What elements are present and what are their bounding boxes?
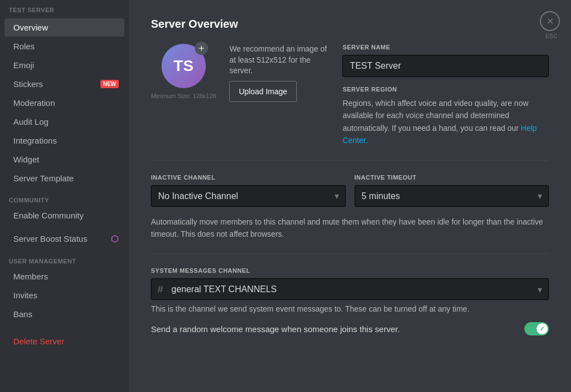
sidebar-item-audit-log[interactable]: Audit Log (4, 113, 124, 131)
welcome-row: Send a random welcome message when someo… (151, 322, 549, 340)
inactive-timeout-section: INACTIVE TIMEOUT 5 minutes ▾ (355, 174, 549, 207)
avatar-section: TS Minimum Size: 128x128 (151, 44, 216, 99)
inactive-row: INACTIVE CHANNEL No Inactive Channel ▾ I… (151, 174, 549, 207)
main-content: ✕ ESC Server Overview TS Minimum Size: 1… (129, 0, 571, 392)
sidebar-item-delete-server[interactable]: Delete Server (4, 332, 124, 350)
sidebar-item-integrations[interactable]: Integrations (4, 131, 124, 150)
server-name-input[interactable] (342, 55, 549, 77)
avatar-container[interactable]: TS (161, 44, 206, 88)
upload-section: We recommend an image of at least 512x51… (229, 44, 329, 102)
system-note: This is the channel we send system event… (151, 304, 549, 313)
inactive-timeout-wrapper: 5 minutes ▾ (355, 185, 549, 207)
welcome-text: Send a random welcome message when someo… (151, 324, 400, 334)
inactive-channel-label: INACTIVE CHANNEL (151, 174, 346, 181)
sidebar-item-emoji[interactable]: Emoji (4, 56, 124, 74)
sidebar: TEST SERVER Overview Roles Emoji Sticker… (0, 0, 129, 392)
system-messages-label: SYSTEM MESSAGES CHANNEL (151, 267, 549, 274)
user-management-section-header: USER MANAGEMENT (0, 249, 129, 267)
divider-1 (151, 160, 549, 161)
inactive-timeout-select[interactable]: 5 minutes (355, 185, 549, 207)
system-channel-select[interactable]: general TEXT CHANNELS (151, 278, 549, 300)
checkmark-icon: ✓ (539, 325, 545, 333)
server-name-section: SERVER NAME SERVER REGION Regions, which… (342, 44, 549, 147)
divider-2 (151, 253, 549, 254)
welcome-toggle[interactable]: ✓ (524, 322, 549, 335)
inactive-channel-wrapper: No Inactive Channel ▾ (151, 185, 346, 207)
inactive-channel-select[interactable]: No Inactive Channel (151, 185, 346, 207)
sidebar-item-stickers[interactable]: Stickers NEW (4, 75, 124, 93)
upload-recommend: We recommend an image of at least 512x51… (229, 44, 329, 77)
community-section-header: COMMUNITY (0, 188, 129, 206)
avatar-upload-icon[interactable] (195, 42, 208, 55)
overview-top: TS Minimum Size: 128x128 We recommend an… (151, 44, 549, 147)
avatar-min-size: Minimum Size: 128x128 (151, 93, 216, 99)
upload-image-button[interactable]: Upload Image (229, 81, 296, 102)
server-region-label: SERVER REGION (342, 86, 549, 93)
sidebar-item-enable-community[interactable]: Enable Community (4, 206, 124, 225)
toggle-knob: ✓ (537, 323, 548, 334)
close-button[interactable]: ✕ (540, 11, 560, 31)
inactive-channel-section: INACTIVE CHANNEL No Inactive Channel ▾ (151, 174, 346, 207)
sidebar-item-members[interactable]: Members (4, 267, 124, 286)
boost-icon: ⬡ (111, 233, 119, 244)
server-name-label: SERVER NAME (342, 44, 549, 50)
server-region-section: SERVER REGION Regions, which affect voic… (342, 86, 549, 147)
sidebar-item-server-boost-status[interactable]: Server Boost Status ⬡ (4, 229, 124, 248)
system-channel-wrapper: # general TEXT CHANNELS ▾ (151, 278, 549, 300)
sidebar-item-server-template[interactable]: Server Template (4, 169, 124, 187)
sidebar-server-name: TEST SERVER (0, 0, 129, 18)
sidebar-item-widget[interactable]: Widget (4, 150, 124, 169)
sidebar-item-overview[interactable]: Overview (4, 18, 124, 37)
sidebar-item-moderation[interactable]: Moderation (4, 94, 124, 112)
inactive-timeout-label: INACTIVE TIMEOUT (355, 174, 549, 181)
sidebar-item-bans[interactable]: Bans (4, 305, 124, 323)
new-badge: NEW (100, 80, 119, 88)
close-label: ESC (545, 33, 558, 39)
server-region-text: Regions, which affect voice and video qu… (342, 97, 549, 147)
inactive-note: Automatically move members to this chann… (151, 216, 549, 241)
system-messages-section: SYSTEM MESSAGES CHANNEL # general TEXT C… (151, 267, 549, 313)
sidebar-item-roles[interactable]: Roles (4, 37, 124, 55)
page-title: Server Overview (151, 18, 549, 30)
sidebar-item-invites[interactable]: Invites (4, 286, 124, 304)
